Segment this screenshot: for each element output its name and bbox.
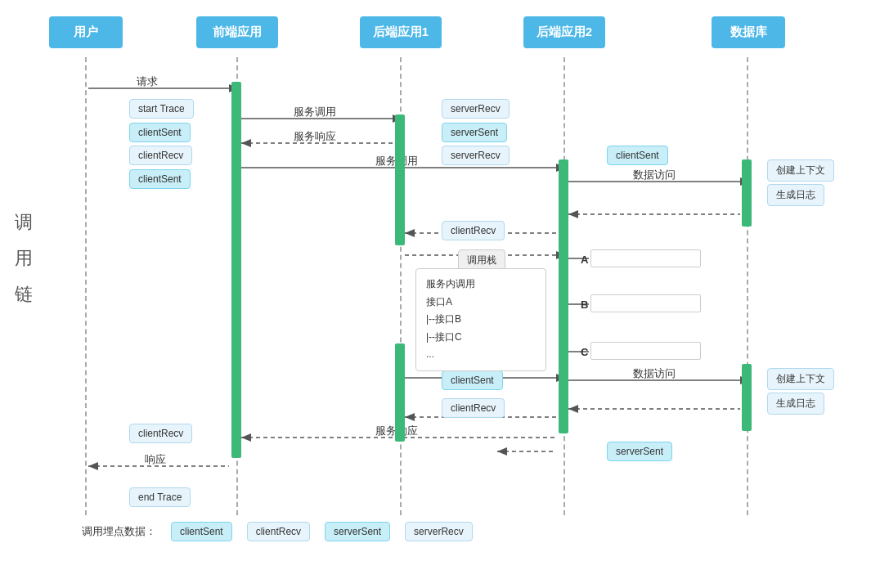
svg-marker-18 bbox=[405, 229, 415, 237]
internal-call-line-2: 接口A bbox=[426, 294, 536, 312]
header-backend2: 后端应用2 bbox=[523, 16, 605, 48]
activation-backend2 bbox=[559, 159, 568, 433]
activation-db1 bbox=[742, 159, 752, 227]
svg-text:服务调用: 服务调用 bbox=[294, 105, 336, 118]
tag-server-sent-2: serverSent bbox=[607, 442, 672, 461]
tag-client-sent-1: clientSent bbox=[129, 123, 191, 142]
tag-client-recv-3: clientRecv bbox=[442, 398, 505, 418]
svg-text:服务响应: 服务响应 bbox=[294, 130, 336, 142]
abc-label-A: A bbox=[581, 254, 588, 266]
svg-text:数据访问: 数据访问 bbox=[633, 168, 676, 181]
svg-text:响应: 响应 bbox=[145, 453, 166, 465]
tag-start-trace: start Trace bbox=[129, 99, 194, 119]
internal-call-line-1: 服务内调用 bbox=[426, 276, 536, 294]
tag-client-sent-3: clientSent bbox=[607, 146, 668, 165]
tag-server-sent-1: serverSent bbox=[442, 123, 507, 142]
tag-server-recv-1: serverRecv bbox=[442, 99, 510, 119]
tag-client-recv-4: clientRecv bbox=[129, 424, 192, 443]
legend-server-sent: serverSent bbox=[325, 522, 390, 541]
tag-client-recv-1: clientRecv bbox=[129, 146, 192, 165]
svg-marker-36 bbox=[241, 433, 251, 442]
abc-label-B: B bbox=[581, 298, 588, 311]
internal-call-line-3: |--接口B bbox=[426, 311, 536, 329]
svg-marker-30 bbox=[568, 405, 578, 413]
tag-server-recv-2: serverRecv bbox=[442, 146, 510, 165]
legend-client-sent: clientSent bbox=[171, 522, 232, 541]
internal-call-box: 服务内调用 接口A |--接口B |--接口C ... bbox=[415, 268, 546, 371]
tag-chuangjian-2: 创建上下文 bbox=[767, 368, 834, 390]
abc-label-C: C bbox=[581, 346, 588, 358]
tag-client-recv-2: clientRecv bbox=[442, 221, 505, 240]
header-user: 用户 bbox=[49, 16, 123, 48]
svg-marker-16 bbox=[568, 210, 578, 218]
legend-server-recv: serverRecv bbox=[405, 522, 473, 541]
header-backend1: 后端应用1 bbox=[360, 16, 442, 48]
header-database: 数据库 bbox=[712, 16, 785, 48]
svg-marker-32 bbox=[405, 413, 415, 421]
diagram-container: 调 用 链 用户 前端应用 后端应用1 后端应用2 数据库 请求 服务调用 服务… bbox=[0, 0, 871, 556]
tag-client-sent-2: clientSent bbox=[129, 169, 191, 189]
tag-shengrizi-2: 生成日志 bbox=[767, 393, 824, 415]
svg-marker-34 bbox=[497, 447, 507, 456]
tag-chuangjian-1: 创建上下文 bbox=[767, 159, 834, 182]
activation-backend1-2 bbox=[395, 343, 405, 442]
svg-text:请求: 请求 bbox=[137, 75, 158, 88]
svg-marker-39 bbox=[88, 462, 98, 470]
tag-client-sent-4: clientSent bbox=[442, 370, 503, 390]
svg-text:数据访问: 数据访问 bbox=[633, 367, 676, 379]
legend-client-recv: clientRecv bbox=[247, 522, 310, 541]
tag-shengrizi-1: 生成日志 bbox=[767, 184, 824, 206]
internal-call-line-4: |--接口C bbox=[426, 329, 536, 347]
header-frontend: 前端应用 bbox=[196, 16, 278, 48]
activation-frontend bbox=[231, 82, 241, 458]
tag-end-trace: end Trace bbox=[129, 487, 191, 507]
activation-db2 bbox=[742, 364, 752, 431]
svg-marker-7 bbox=[241, 139, 251, 147]
internal-call-line-5: ... bbox=[426, 346, 536, 364]
activation-backend1-1 bbox=[395, 114, 405, 245]
